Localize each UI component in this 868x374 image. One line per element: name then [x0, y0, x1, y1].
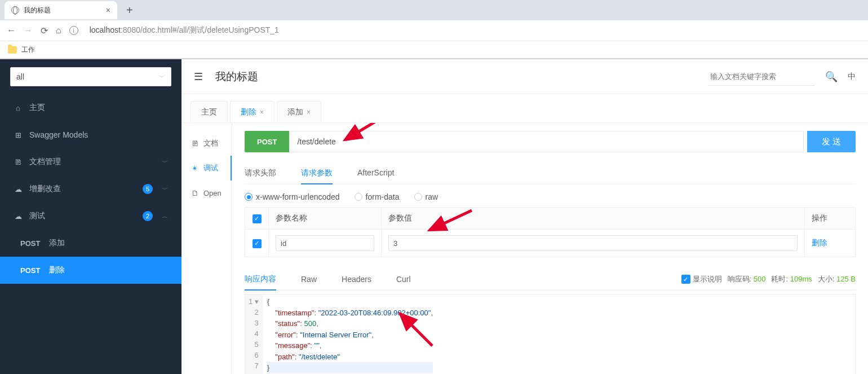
spec-select[interactable]: all ﹀: [10, 67, 171, 86]
reload-icon[interactable]: ⟳: [41, 25, 48, 36]
inner-nav-open[interactable]: 🗋 Open: [181, 181, 232, 205]
radio-label: form-data: [366, 192, 400, 201]
bookmark-label[interactable]: 工作: [21, 45, 35, 55]
delete-param-link[interactable]: 删除: [812, 238, 827, 247]
page-title: 我的标题: [215, 69, 258, 84]
sidebar-item-label: 测试: [29, 211, 45, 221]
response-tabs: 响应内容 Raw Headers Curl ✓ 显示说明 响应码: 500 耗时…: [245, 269, 856, 291]
params-table: ✓ 参数名称 参数值 操作 ✓ 删除: [245, 207, 856, 257]
sidebar-item-label: 主页: [29, 103, 45, 113]
site-info-icon[interactable]: i: [69, 26, 78, 35]
resp-tab-headers[interactable]: Headers: [342, 269, 371, 289]
response-body: 1 ▾234567 { "timestamp": "2022-03-20T08:…: [245, 294, 856, 374]
col-value: 参数值: [382, 208, 805, 230]
subtab-headers[interactable]: 请求头部: [245, 162, 276, 184]
inner-nav-label: 调试: [203, 163, 218, 173]
spec-select-value: all: [16, 72, 24, 81]
resp-tab-body[interactable]: 响应内容: [245, 269, 276, 290]
count-badge: 2: [143, 211, 153, 221]
response-size: 125 B: [836, 275, 856, 283]
browser-tab-title: 我的标题: [24, 6, 51, 15]
method-label: POST: [20, 266, 40, 275]
content-body: 🖹 文档 ✴ 调试 🗋 Open POST /test/delete 发 送: [181, 123, 868, 374]
tab-delete[interactable]: 删除 ×: [230, 101, 274, 122]
language-toggle[interactable]: 中: [848, 72, 856, 82]
radio-raw[interactable]: raw: [414, 192, 439, 201]
param-value-input[interactable]: [388, 235, 798, 251]
table-header-row: ✓ 参数名称 参数值 操作: [245, 208, 856, 230]
table-row: ✓ 删除: [245, 230, 856, 257]
sidebar-subitem-delete[interactable]: POST 删除: [0, 257, 181, 284]
resp-tab-raw[interactable]: Raw: [301, 269, 317, 289]
main-panel: ☰ 我的标题 🔍 中 主页 删除 × 添加 ×: [181, 59, 868, 374]
radio-icon: [355, 193, 362, 201]
tab-label: 主页: [201, 107, 217, 117]
sidebar: all ﹀ ⌂ 主页 ⊞ Swagger Models 🖹 文档管理 ﹀ ☁ 增…: [0, 59, 181, 374]
close-icon[interactable]: ×: [307, 108, 311, 116]
sidebar-subitem-label: 删除: [49, 265, 65, 275]
checkbox-all[interactable]: ✓: [253, 214, 262, 223]
radio-formdata[interactable]: form-data: [355, 192, 400, 201]
inner-nav-doc[interactable]: 🖹 文档: [181, 131, 232, 156]
show-desc-checkbox[interactable]: ✓: [681, 275, 690, 284]
file-icon: 🗋: [192, 189, 199, 197]
forward-icon[interactable]: →: [24, 25, 33, 36]
browser-chrome: 我的标题 × + ← → ⟳ ⌂ i localhost:8080/doc.ht…: [0, 0, 868, 59]
home-icon[interactable]: ⌂: [56, 25, 61, 36]
home-icon: ⌂: [14, 104, 23, 112]
sidebar-subitem-add[interactable]: POST 添加: [0, 230, 181, 257]
sidebar-item-home[interactable]: ⌂ 主页: [0, 94, 181, 121]
request-subtabs: 请求头部 请求参数 AfterScript: [245, 162, 856, 184]
response-time: 109ms: [790, 275, 812, 283]
app-root: all ﹀ ⌂ 主页 ⊞ Swagger Models 🖹 文档管理 ﹀ ☁ 增…: [0, 59, 868, 374]
radio-label: raw: [426, 192, 439, 201]
close-icon[interactable]: ×: [260, 108, 264, 116]
tab-add[interactable]: 添加 ×: [277, 101, 321, 122]
status-code: 500: [754, 275, 766, 283]
cloud-icon: ☁: [14, 212, 23, 221]
sidebar-item-label: 增删改查: [29, 184, 61, 194]
chevron-up-icon: ︿: [162, 212, 168, 221]
sidebar-item-test[interactable]: ☁ 测试 2 ︿: [0, 203, 181, 230]
cloud-icon: ☁: [14, 185, 23, 193]
chevron-down-icon: ﹀: [162, 158, 168, 166]
bug-icon: ✴: [192, 164, 199, 173]
globe-icon: [11, 6, 19, 14]
tab-home[interactable]: 主页: [191, 101, 228, 122]
send-button[interactable]: 发 送: [807, 131, 856, 152]
radio-icon: [245, 193, 253, 201]
col-op: 操作: [805, 208, 856, 230]
method-badge: POST: [245, 131, 289, 152]
search-icon[interactable]: 🔍: [825, 71, 838, 83]
url-input[interactable]: localhost:8080/doc.html#/all/测试/deleteUs…: [86, 25, 861, 36]
resp-tab-curl[interactable]: Curl: [396, 269, 411, 289]
collapse-sidebar-icon[interactable]: ☰: [194, 71, 203, 83]
subtab-params[interactable]: 请求参数: [301, 162, 333, 184]
browser-tab[interactable]: 我的标题 ×: [5, 1, 117, 19]
browser-tab-bar: 我的标题 × +: [0, 0, 868, 20]
sidebar-subitem-label: 添加: [49, 238, 65, 248]
radio-urlencoded[interactable]: x-www-form-urlencoded: [245, 192, 340, 201]
close-tab-icon[interactable]: ×: [106, 6, 110, 15]
subtab-afterscript[interactable]: AfterScript: [357, 162, 394, 184]
param-name-input[interactable]: [276, 235, 374, 251]
sidebar-item-models[interactable]: ⊞ Swagger Models: [0, 121, 181, 148]
tab-label: 删除: [241, 107, 256, 117]
inner-nav-debug[interactable]: ✴ 调试: [181, 156, 232, 181]
checkbox-row[interactable]: ✓: [253, 239, 262, 248]
new-tab-button[interactable]: +: [126, 4, 133, 17]
sidebar-item-label: 文档管理: [29, 157, 61, 167]
response-code[interactable]: { "timestamp": "2022-03-20T08:46:09.902+…: [263, 294, 437, 374]
back-icon[interactable]: ←: [7, 25, 16, 36]
inner-nav: 🖹 文档 ✴ 调试 🗋 Open: [181, 123, 232, 374]
radio-label: x-www-form-urlencoded: [256, 192, 340, 201]
search-input[interactable]: [708, 68, 815, 86]
doc-icon: 🖹: [14, 158, 23, 166]
chevron-down-icon: ﹀: [162, 185, 168, 193]
inner-nav-label: 文档: [203, 138, 218, 148]
count-badge: 5: [143, 184, 153, 194]
sidebar-item-crud[interactable]: ☁ 增删改查 5 ﹀: [0, 175, 181, 203]
url-input[interactable]: /test/delete: [289, 131, 803, 152]
response-meta: ✓ 显示说明 响应码: 500 耗时: 109ms 大小: 125 B: [681, 274, 856, 284]
sidebar-item-docs[interactable]: 🖹 文档管理 ﹀: [0, 148, 181, 175]
